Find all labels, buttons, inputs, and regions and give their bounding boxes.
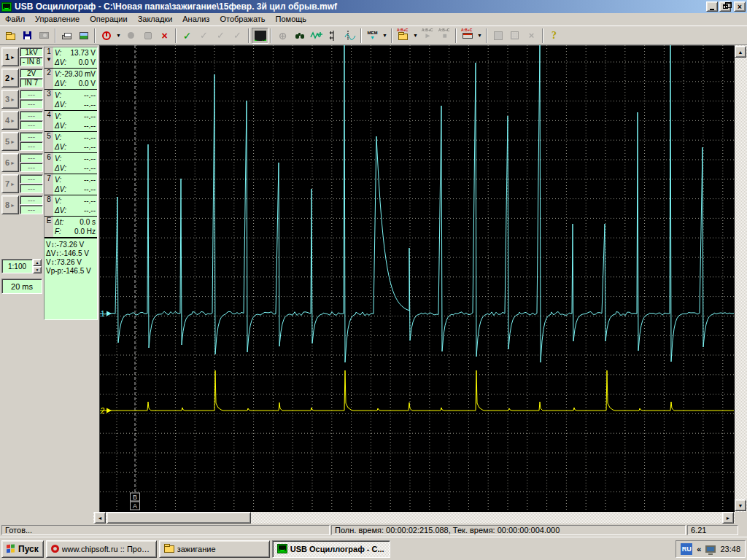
scrollbar-thumb[interactable] xyxy=(107,512,251,524)
interpolation-button[interactable] xyxy=(341,28,358,44)
erase-button[interactable]: × xyxy=(156,28,173,44)
channel-delta-value: --.-- xyxy=(84,122,96,130)
close-button[interactable]: × xyxy=(734,1,746,12)
apply-check-button[interactable]: ✓ xyxy=(179,28,196,44)
scroll-up-button[interactable]: ▲ xyxy=(735,46,746,58)
toolbar-separator xyxy=(248,28,249,43)
start-acquisition-dropdown[interactable]: ▼ xyxy=(115,28,123,44)
minimize-button[interactable] xyxy=(706,1,718,12)
help-button[interactable]: ? xyxy=(546,28,562,44)
vertical-scrollbar[interactable]: ▲ ▼ xyxy=(735,45,747,512)
channel-3-range-field[interactable]: --- xyxy=(20,90,43,99)
measurement-row-6: 6V:--.--ΔV:--.-- xyxy=(44,153,97,174)
menu-item-3[interactable]: Закладки xyxy=(133,13,178,25)
channel-number: 4 xyxy=(44,111,53,131)
timebase-field[interactable]: 20 ms xyxy=(1,279,42,294)
network-icon[interactable] xyxy=(705,545,716,553)
memory-dropdown[interactable]: ▼ xyxy=(381,28,389,44)
channel-4-controls: 4►------ xyxy=(1,110,42,131)
toolbar-separator xyxy=(271,28,272,43)
channel-6-input-field[interactable]: --- xyxy=(20,163,43,172)
channel-1-input-field[interactable]: - IN 8 xyxy=(20,57,43,66)
abc-panel-dropdown[interactable]: ▼ xyxy=(476,28,484,44)
channel-4-range-field[interactable]: --- xyxy=(20,111,43,120)
channel-6-controls: 6►------ xyxy=(1,152,42,174)
scroll-left-button[interactable]: ◄ xyxy=(94,512,106,524)
collapse-tray-button[interactable]: « xyxy=(697,545,701,553)
channel-2-range-field[interactable]: 2V xyxy=(20,69,43,78)
channel-1-button[interactable]: 1► xyxy=(1,47,19,66)
channel-voltage-value: --.-- xyxy=(84,155,96,163)
spinner-down-button[interactable]: ▼ xyxy=(33,266,42,273)
square-icon xyxy=(494,31,503,40)
start-button[interactable]: Пуск xyxy=(1,540,44,558)
menu-item-0[interactable]: Файл xyxy=(0,13,30,25)
probe-scale-spinner[interactable]: 1:100 ▲ ▼ xyxy=(1,259,42,273)
horizontal-scrollbar[interactable]: ◄ ► xyxy=(93,512,735,524)
title-bar[interactable]: USB Осциллограф - C:\Новая папка\зажиган… xyxy=(0,0,747,13)
abc-open-button[interactable]: A:B+C xyxy=(395,28,411,44)
check-gray-icon: ✓ xyxy=(217,30,225,41)
channel-5-input-field[interactable]: --- xyxy=(20,141,43,151)
report-button[interactable] xyxy=(75,28,92,44)
folder-icon xyxy=(6,34,15,40)
menu-item-5[interactable]: Отображать xyxy=(214,13,270,25)
channel-2-button[interactable]: 2► xyxy=(1,69,19,88)
channel-6-button[interactable]: 6► xyxy=(1,153,19,172)
toolbar-separator xyxy=(175,28,177,43)
restore-button[interactable] xyxy=(719,1,731,12)
menu-item-1[interactable]: Управление xyxy=(30,13,85,25)
channel-marker-arrow-icon[interactable] xyxy=(107,408,112,413)
channel-7-button[interactable]: 7► xyxy=(1,174,19,193)
channel-8-range-field[interactable]: --- xyxy=(20,195,43,205)
save-file-button[interactable] xyxy=(19,28,36,44)
channel-8-button[interactable]: 8► xyxy=(1,195,19,214)
channel-2-input-field[interactable]: IN 7 xyxy=(20,78,43,88)
channel-4-button[interactable]: 4► xyxy=(1,111,19,130)
task-button-0[interactable]: www.chipsoft.ru :: Прос... xyxy=(46,540,157,558)
search-button[interactable] xyxy=(291,28,308,44)
channel-1-range-field[interactable]: 1kV xyxy=(20,47,43,57)
channel-6-range-field[interactable]: --- xyxy=(20,153,43,163)
start-acquisition-button[interactable] xyxy=(98,28,115,44)
channel-5-button[interactable]: 5► xyxy=(1,132,19,151)
camera-icon xyxy=(39,32,49,39)
markers-button[interactable] xyxy=(325,28,341,44)
chart-mode-button[interactable] xyxy=(252,28,268,44)
task-button-1[interactable]: зажигание xyxy=(159,540,270,558)
oscilloscope-display[interactable]: BA12 xyxy=(99,45,735,512)
language-indicator[interactable]: RU xyxy=(681,543,692,555)
memory-button[interactable]: MEM▼ xyxy=(364,28,381,44)
channel-8-input-field[interactable]: --- xyxy=(20,205,43,214)
open-file-button[interactable] xyxy=(2,28,19,44)
channel-7-range-field[interactable]: --- xyxy=(20,174,43,184)
waveform-plot[interactable]: BA12 xyxy=(99,45,735,512)
channel-4-input-field[interactable]: --- xyxy=(20,120,43,130)
scroll-down-button[interactable]: ▼ xyxy=(735,499,746,511)
print-button[interactable] xyxy=(58,28,75,44)
channel-3-input-field[interactable]: --- xyxy=(20,99,43,109)
spinner-up-button[interactable]: ▲ xyxy=(33,259,42,266)
channel-control-panel: 1►1kV- IN 82►2VIN 73►------4►------5►---… xyxy=(0,45,99,524)
abc-play-button: ►A:B+C xyxy=(419,28,436,44)
channel-number: 2 xyxy=(44,69,53,89)
menu-item-6[interactable]: Помощь xyxy=(271,13,312,25)
menu-item-2[interactable]: Операции xyxy=(85,13,132,25)
printer-icon xyxy=(62,35,71,39)
e-row: EΔt:0.0 sF:0.0 Hz xyxy=(44,217,97,238)
probe-scale-value[interactable]: 1:100 xyxy=(1,259,33,273)
clock: 23:48 xyxy=(720,545,740,553)
wave-plus-icon xyxy=(310,30,322,41)
menu-item-4[interactable]: Анализ xyxy=(177,13,214,25)
autoscale-button[interactable] xyxy=(308,28,325,44)
mem-icon: MEM▼ xyxy=(368,31,378,40)
abc-panel-button[interactable]: A:B+C xyxy=(459,28,476,44)
channel-voltage-value: --.-- xyxy=(84,91,96,99)
channel-marker-arrow-icon[interactable] xyxy=(107,311,112,316)
channel-5-range-field[interactable]: --- xyxy=(20,132,43,141)
task-button-2[interactable]: USB Осциллограф - C... xyxy=(272,540,390,558)
channel-7-input-field[interactable]: --- xyxy=(20,184,43,193)
channel-3-button[interactable]: 3► xyxy=(1,90,19,109)
scroll-right-button[interactable]: ► xyxy=(722,512,734,524)
abc-open-dropdown[interactable]: ▼ xyxy=(411,28,419,44)
